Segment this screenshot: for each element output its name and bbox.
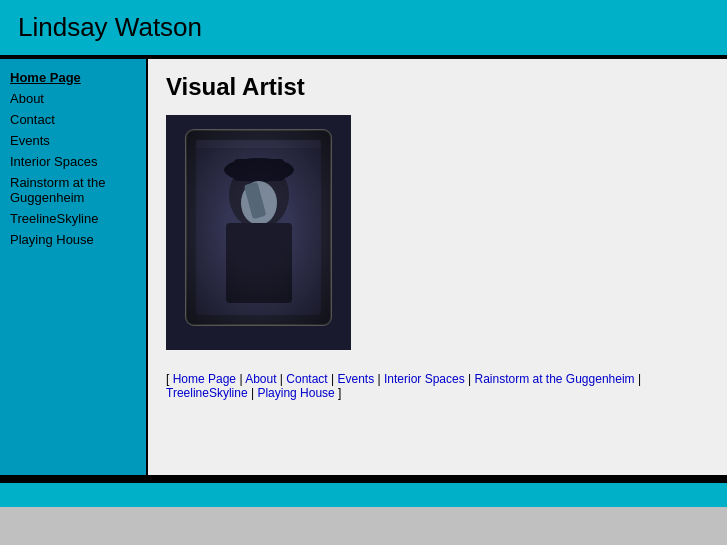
main-content: Visual Artist <box>148 59 727 475</box>
sidebar-item-treeline[interactable]: TreelineSkyline <box>6 208 140 229</box>
bottom-bar <box>0 479 727 507</box>
sidebar-item-home[interactable]: Home Page <box>6 67 140 88</box>
footer-link-interior[interactable]: Interior Spaces <box>384 372 465 386</box>
footer-link-about[interactable]: About <box>245 372 276 386</box>
sidebar-item-interior-spaces[interactable]: Interior Spaces <box>6 151 140 172</box>
footer-link-contact[interactable]: Contact <box>286 372 327 386</box>
sidebar-item-playing-house[interactable]: Playing House <box>6 229 140 250</box>
sidebar-item-about[interactable]: About <box>6 88 140 109</box>
sep7: | <box>248 386 258 400</box>
sidebar-item-contact[interactable]: Contact <box>6 109 140 130</box>
page-heading: Visual Artist <box>166 73 709 101</box>
sep1: | <box>236 372 245 386</box>
footer-link-home[interactable]: Home Page <box>173 372 236 386</box>
artwork-svg <box>166 115 351 350</box>
footer-link-playing[interactable]: Playing House <box>257 386 334 400</box>
sidebar-item-events[interactable]: Events <box>6 130 140 151</box>
sep6: | <box>635 372 641 386</box>
main-wrapper: Home Page About Contact Events Interior … <box>0 59 727 479</box>
artwork-image <box>166 115 351 350</box>
footer-link-rainstorm[interactable]: Rainstorm at the Guggenheim <box>474 372 634 386</box>
sidebar: Home Page About Contact Events Interior … <box>0 59 148 475</box>
footer-nav: [ Home Page | About | Contact | Events |… <box>166 360 709 400</box>
sep5: | <box>465 372 475 386</box>
sep4: | <box>374 372 384 386</box>
footer-link-events[interactable]: Events <box>337 372 374 386</box>
svg-rect-10 <box>186 130 331 325</box>
sep2: | <box>277 372 287 386</box>
site-title: Lindsay Watson <box>18 12 709 43</box>
sidebar-item-rainstorm[interactable]: Rainstorm at the Guggenheim <box>6 172 140 208</box>
footer-nav-prefix: [ <box>166 372 173 386</box>
footer-nav-suffix: ] <box>335 386 342 400</box>
sep3: | <box>328 372 338 386</box>
footer-link-treeline[interactable]: TreelineSkyline <box>166 386 248 400</box>
site-header: Lindsay Watson <box>0 0 727 59</box>
